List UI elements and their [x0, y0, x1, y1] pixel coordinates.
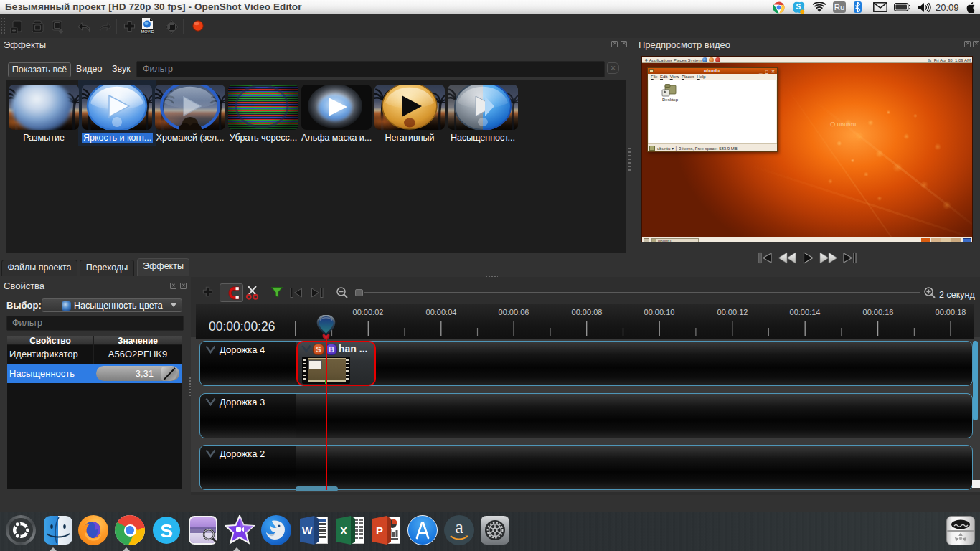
svg-text:P: P — [376, 524, 383, 537]
svg-text:S: S — [160, 520, 173, 542]
svg-text:S: S — [796, 3, 801, 11]
svg-text:MOVIE: MOVIE — [141, 29, 154, 34]
svg-text:W: W — [302, 524, 313, 537]
svg-text:X: X — [340, 524, 347, 537]
